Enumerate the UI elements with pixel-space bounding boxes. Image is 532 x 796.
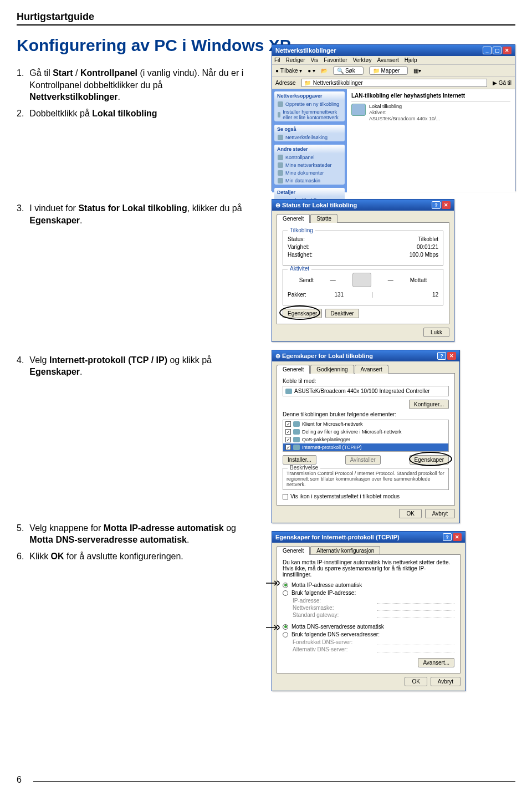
connection-status: Aktivert <box>369 110 440 116</box>
tab-pane: Du kan motta IP-innstillinger automatisk… <box>277 554 461 673</box>
label: IP-adresse: <box>293 598 321 604</box>
term-nettverkstilkoblinger: Nettverkstilkoblinger <box>29 92 117 101</box>
fieldset-connection: Tilkobling Status:Tilkoblet Varighet:00:… <box>283 231 443 266</box>
step-4: 4. Velg Internett-protokoll (TCP / IP) o… <box>17 354 255 378</box>
checkbox[interactable] <box>285 421 291 427</box>
views-icon[interactable]: ▦▾ <box>413 68 421 74</box>
sidebar-item[interactable]: Min datamaskin <box>274 177 345 185</box>
configure-button[interactable]: Konfigurer... <box>409 400 449 409</box>
radio-dns-manual[interactable]: Bruk følgende DNS-serveradresser: <box>283 631 454 637</box>
list-item[interactable]: QoS-pakkeplanlegger <box>283 436 448 443</box>
folder-icon: 📁 <box>304 80 311 86</box>
checkbox[interactable] <box>283 494 288 499</box>
radio-button[interactable] <box>283 632 288 637</box>
tab-general[interactable]: Generelt <box>277 214 310 223</box>
cancel-button[interactable]: Avbryt <box>431 677 461 686</box>
close-button[interactable]: ✕ <box>447 352 456 360</box>
menu-item[interactable]: Verktøy <box>353 57 372 63</box>
list-item[interactable]: Deling av filer og skrivere i Microsoft-… <box>283 428 448 436</box>
menubar[interactable]: Fil Rediger Vis Favoritter Verktøy Avans… <box>272 56 515 65</box>
menu-item[interactable]: Vis <box>311 57 319 63</box>
close-button[interactable]: ✕ <box>442 201 451 209</box>
menu-item[interactable]: Rediger <box>286 57 305 63</box>
step-number: 5. <box>17 522 24 546</box>
dialog-body: Generelt Godkjenning Avansert Koble til … <box>272 361 459 523</box>
checkbox-label: Vis ikon i systemstatusfeltet i tilkoble… <box>290 493 400 499</box>
sidebar-item[interactable]: Mine nettverkssteder <box>274 161 345 169</box>
step-number: 6. <box>17 550 24 563</box>
ok-button[interactable]: OK <box>405 677 427 686</box>
uninstall-button[interactable]: Avinstaller <box>345 455 381 465</box>
radio-dns-auto[interactable]: Motta DNS-serveradresse automatisk <box>283 624 454 630</box>
tab-support[interactable]: Støtte <box>310 214 337 223</box>
help-button[interactable]: ? <box>437 352 446 360</box>
close-button[interactable]: Lukk <box>423 328 449 337</box>
help-button[interactable]: ? <box>443 533 452 541</box>
radio-button[interactable] <box>283 624 288 630</box>
advanced-button[interactable]: Avansert... <box>418 658 454 667</box>
address-input[interactable]: 📁 Nettverkstilkoblinger <box>301 79 487 87</box>
properties-button[interactable]: Egenskaper <box>283 309 322 318</box>
sidebar-item[interactable]: Nettverksfeilsøking <box>274 134 345 141</box>
step-text: Velg knappene for Motta IP-adresse autom… <box>29 522 255 546</box>
show-icon-checkbox[interactable]: Vis ikon i systemstatusfeltet i tilkoble… <box>283 493 449 499</box>
term-ip-auto: Motta IP-adresse automatisk <box>104 523 224 533</box>
ok-button[interactable]: OK <box>399 509 421 518</box>
t: . <box>118 92 120 101</box>
close-button[interactable]: ✕ <box>503 47 511 54</box>
minimize-button[interactable]: _ <box>483 47 492 54</box>
value: 100.0 Mbps <box>410 252 438 258</box>
protocol-buttons: Installer... Avinstaller Egenskaper <box>283 455 449 465</box>
tab-advanced[interactable]: Avansert <box>355 365 388 374</box>
tab-altconfig[interactable]: Alternativ konfigurasjon <box>310 546 380 555</box>
go-button[interactable]: ▶ Gå til <box>493 80 511 86</box>
protocol-list[interactable]: Klient for Microsoft-nettverk Deling av … <box>283 420 449 452</box>
task-icon <box>278 112 280 118</box>
radio-button[interactable] <box>283 583 288 588</box>
nav-back[interactable]: ● Tilbake ▾ <box>275 68 302 74</box>
sidebar-head[interactable]: Andre steder <box>274 145 345 154</box>
search-button[interactable]: 🔍 Søk <box>333 67 364 75</box>
maximize-button[interactable]: ▢ <box>493 47 502 54</box>
menu-item[interactable]: Avansert <box>377 57 398 63</box>
activity-icon <box>352 273 371 287</box>
close-button[interactable]: ✕ <box>453 533 462 541</box>
sidebar: Nettverksoppgaver Opprette en ny tilkobl… <box>272 89 347 192</box>
nav-forward[interactable]: ● ▾ <box>308 68 315 74</box>
radio-ip-auto[interactable]: Motta IP-adresse automatisk <box>283 582 454 588</box>
install-button[interactable]: Installer... <box>283 455 316 465</box>
connection-item[interactable]: Lokal tilkobling Aktivert ASUSTeK/Broadc… <box>351 104 510 121</box>
tab-general[interactable]: Generelt <box>277 546 310 555</box>
sidebar-head[interactable]: Detaljer <box>274 188 345 197</box>
sidebar-item[interactable]: Installer hjemmenettverk eller et lite k… <box>274 108 345 121</box>
help-button[interactable]: ? <box>432 201 441 209</box>
dialog-body: Generelt Alternativ konfigurasjon Du kan… <box>272 543 465 691</box>
step-3: 3. I vinduet for Status for Lokal tilkob… <box>17 202 255 226</box>
menu-item[interactable]: Fil <box>274 57 280 63</box>
radio-ip-manual[interactable]: Bruk følgende IP-adresse: <box>283 590 454 596</box>
checkbox[interactable] <box>285 445 291 450</box>
tab-general[interactable]: Generelt <box>277 365 310 374</box>
menu-item[interactable]: Favoritter <box>324 57 347 63</box>
disable-button[interactable]: Deaktiver <box>325 309 359 318</box>
checkbox[interactable] <box>285 429 291 435</box>
sidebar-item[interactable]: Mine dokumenter <box>274 169 345 177</box>
nav-up-icon[interactable]: 📂 <box>321 68 328 74</box>
connection-title: Lokal tilkobling <box>369 104 440 110</box>
footer-rule <box>33 781 515 782</box>
radio-button[interactable] <box>283 590 288 596</box>
sidebar-head[interactable]: Nettverksoppgaver <box>274 91 345 100</box>
tab-auth[interactable]: Godkjenning <box>310 365 354 374</box>
step-number: 2. <box>17 108 24 120</box>
folders-button[interactable]: 📁 Mapper <box>369 67 408 75</box>
list-item-selected[interactable]: Internett-protokoll (TCP/IP) <box>283 443 448 451</box>
sidebar-item[interactable]: Kontrollpanel <box>274 154 345 161</box>
task-icon <box>278 135 283 140</box>
checkbox[interactable] <box>285 437 291 442</box>
list-item[interactable]: Klient for Microsoft-nettverk <box>283 420 448 428</box>
cancel-button[interactable]: Avbryt <box>425 509 455 518</box>
menu-item[interactable]: Hjelp <box>405 57 417 63</box>
sidebar-item[interactable]: Opprette en ny tilkobling <box>274 100 345 108</box>
properties-button[interactable]: Egenskaper <box>410 455 449 465</box>
sidebar-head[interactable]: Se også <box>274 125 345 134</box>
